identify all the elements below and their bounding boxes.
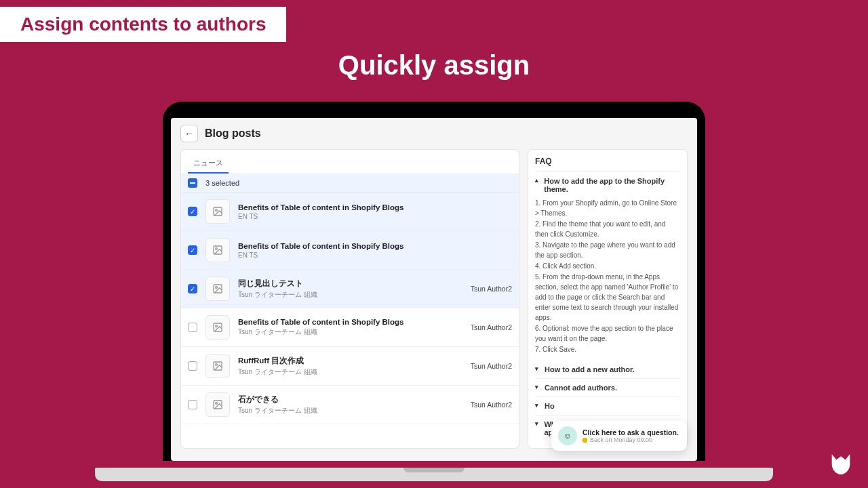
row-subtitle: Tsun ライターチーム 組織 bbox=[238, 290, 462, 300]
row-title: 同じ見出しテスト bbox=[238, 279, 462, 289]
table-row[interactable]: Benefits of Table of content in Shopify … bbox=[181, 231, 519, 270]
svg-point-9 bbox=[216, 364, 218, 366]
back-button[interactable]: ← bbox=[180, 125, 198, 142]
row-author: Tsun Author2 bbox=[471, 285, 512, 293]
row-checkbox[interactable] bbox=[188, 284, 197, 293]
image-placeholder-icon bbox=[205, 354, 230, 378]
row-title: Benefits of Table of content in Shopify … bbox=[238, 318, 462, 326]
row-author: Tsun Author2 bbox=[471, 323, 512, 331]
svg-point-11 bbox=[216, 403, 218, 405]
row-checkbox[interactable] bbox=[188, 207, 197, 216]
headline: Quickly assign bbox=[0, 50, 868, 81]
faq-question: Ho bbox=[545, 402, 555, 410]
faq-answer: 1. From your Shopify admin, go to Online… bbox=[535, 198, 680, 361]
image-placeholder-icon bbox=[205, 392, 230, 417]
caret-down-icon: ▾ bbox=[535, 420, 541, 427]
tab-news[interactable]: ニュース bbox=[188, 154, 229, 174]
wolf-logo-icon bbox=[827, 451, 854, 478]
faq-item[interactable]: ▾Ho bbox=[535, 396, 680, 415]
arrow-left-icon: ← bbox=[184, 128, 194, 139]
chat-avatar-icon: ☺ bbox=[558, 426, 577, 445]
bulk-select-row: 3 selected bbox=[181, 174, 519, 192]
chat-widget[interactable]: ☺ Click here to ask a question. Back on … bbox=[551, 421, 687, 451]
faq-question: How to add a new author. bbox=[545, 365, 635, 373]
row-title: RuffRuff 目次作成 bbox=[238, 356, 462, 366]
svg-point-7 bbox=[216, 325, 218, 327]
banner: Assign contents to authors bbox=[0, 7, 286, 42]
faq-panel: FAQ ▴ How to add the app to the Shopify … bbox=[528, 149, 688, 449]
row-author: Tsun Author2 bbox=[471, 362, 512, 370]
tab-row: ニュース bbox=[181, 150, 519, 174]
select-all-checkbox[interactable] bbox=[188, 178, 197, 188]
svg-point-3 bbox=[216, 248, 218, 250]
row-subtitle: EN TS bbox=[238, 251, 504, 259]
row-checkbox[interactable] bbox=[188, 400, 197, 409]
chat-prompt: Click here to ask a question. bbox=[583, 428, 679, 436]
table-row[interactable]: 石ができるTsun ライターチーム 組織Tsun Author2 bbox=[181, 386, 519, 424]
row-subtitle: Tsun ライターチーム 組織 bbox=[238, 367, 462, 377]
svg-point-5 bbox=[216, 287, 218, 289]
row-checkbox[interactable] bbox=[188, 323, 197, 332]
faq-item-expanded[interactable]: ▴ How to add the app to the Shopify them… bbox=[535, 171, 680, 198]
row-subtitle: Tsun ライターチーム 組織 bbox=[238, 406, 462, 415]
image-placeholder-icon bbox=[205, 277, 230, 301]
posts-panel: ニュース 3 selected Benefits of Table of con… bbox=[180, 149, 519, 449]
faq-question: How to add the app to the Shopify theme. bbox=[544, 177, 680, 193]
row-checkbox[interactable] bbox=[188, 245, 197, 255]
row-title: Benefits of Table of content in Shopify … bbox=[238, 203, 504, 211]
faq-heading: FAQ bbox=[535, 157, 680, 166]
row-subtitle: Tsun ライターチーム 組織 bbox=[238, 327, 462, 337]
table-row[interactable]: Benefits of Table of content in Shopify … bbox=[181, 308, 519, 347]
row-subtitle: EN TS bbox=[238, 213, 504, 220]
page-title: Blog posts bbox=[205, 127, 261, 140]
caret-down-icon: ▾ bbox=[535, 384, 542, 390]
image-placeholder-icon bbox=[205, 315, 230, 340]
row-author: Tsun Author2 bbox=[471, 401, 512, 409]
selected-count: 3 selected bbox=[205, 179, 239, 187]
app-header: ← Blog posts bbox=[171, 118, 697, 149]
svg-point-1 bbox=[216, 209, 218, 211]
faq-item[interactable]: ▾How to add a new author. bbox=[535, 361, 680, 378]
caret-down-icon: ▾ bbox=[535, 402, 542, 409]
caret-up-icon: ▴ bbox=[535, 177, 541, 184]
table-row[interactable]: RuffRuff 目次作成Tsun ライターチーム 組織Tsun Author2 bbox=[181, 347, 519, 386]
row-title: Benefits of Table of content in Shopify … bbox=[238, 242, 504, 250]
image-placeholder-icon bbox=[205, 238, 230, 262]
laptop-frame: ← Blog posts ニュース 3 selected Benefits of… bbox=[163, 102, 705, 461]
chat-status: Back on Monday 09:00 bbox=[583, 436, 679, 443]
row-title: 石ができる bbox=[238, 394, 462, 405]
table-row[interactable]: 同じ見出しテストTsun ライターチーム 組織Tsun Author2 bbox=[181, 270, 519, 308]
faq-question: Cannot add authors. bbox=[545, 384, 617, 392]
laptop-base bbox=[95, 468, 773, 481]
banner-title: Assign contents to authors bbox=[20, 14, 266, 35]
table-row[interactable]: Benefits of Table of content in Shopify … bbox=[181, 192, 519, 231]
image-placeholder-icon bbox=[205, 199, 230, 224]
row-checkbox[interactable] bbox=[188, 361, 197, 371]
caret-down-icon: ▾ bbox=[535, 365, 542, 372]
faq-item[interactable]: ▾Cannot add authors. bbox=[535, 378, 680, 396]
